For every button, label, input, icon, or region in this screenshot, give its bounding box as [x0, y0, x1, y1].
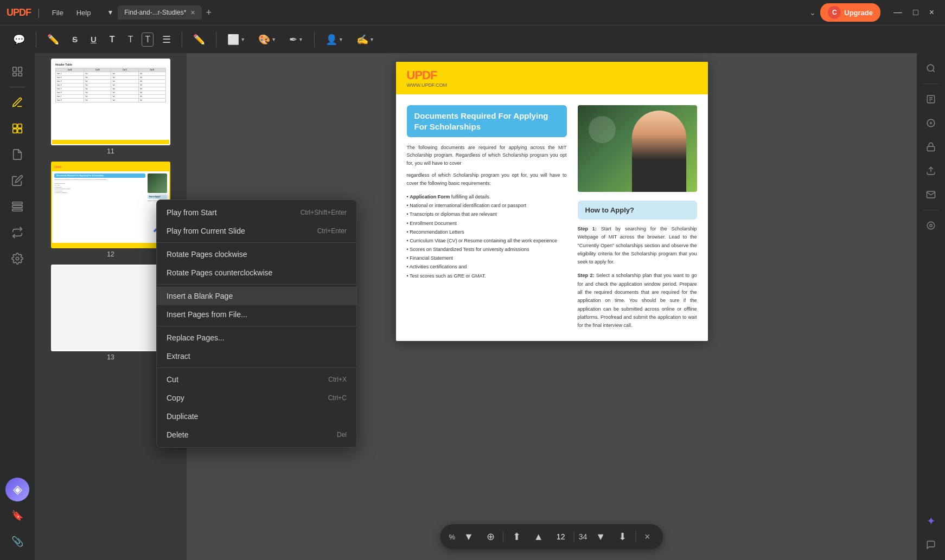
menu-replace-pages[interactable]: Replace Pages...	[157, 329, 356, 347]
sidebar-icon-tools[interactable]	[5, 247, 29, 271]
total-pages-label: 34	[579, 532, 588, 541]
sidebar-icon-organize[interactable]	[5, 195, 29, 218]
tab-close-button[interactable]: ×	[190, 9, 195, 16]
menu-insert-file-label: Insert Pages from File...	[167, 310, 247, 319]
titlebar: UPDF | File Help ▼ Find-and-...r-Studies…	[0, 0, 945, 25]
pencil-tool[interactable]: ✏️	[189, 30, 209, 49]
thumbnail-image-12: UPDF Documents Required For Applying For…	[51, 162, 170, 248]
user-avatar: C	[828, 6, 841, 19]
maximize-button[interactable]: □	[909, 7, 923, 18]
minimize-button[interactable]: —	[889, 7, 906, 18]
sidebar-icon-edit[interactable]	[5, 169, 29, 192]
right-search-icon[interactable]	[920, 57, 942, 79]
sidebar-icon-bookmark[interactable]: 🔖	[5, 504, 29, 527]
pen-color-tool[interactable]: ✒▼	[285, 30, 308, 49]
svg-rect-10	[12, 209, 22, 211]
sidebar-icon-document[interactable]	[5, 143, 29, 166]
next-page-button[interactable]: ▼	[591, 529, 610, 545]
titlebar-right: ⌄ C Upgrade — □ ×	[809, 3, 938, 22]
prev-page-button[interactable]: ▲	[529, 529, 548, 545]
sidebar-icon-pages[interactable]	[5, 60, 29, 83]
menu-rotate-clockwise[interactable]: Rotate Pages clockwise	[157, 245, 356, 263]
zoom-level[interactable]: %	[449, 533, 455, 541]
right-email-icon[interactable]	[920, 184, 942, 205]
menu-copy[interactable]: Copy Ctrl+C	[157, 389, 356, 407]
menu-delete[interactable]: Delete Del	[157, 426, 356, 444]
menu-help[interactable]: Help	[71, 7, 97, 19]
menu-cut-shortcut: Ctrl+X	[328, 376, 347, 383]
tab-arrow[interactable]: ▼	[105, 8, 116, 17]
right-protect-icon[interactable]	[920, 136, 942, 158]
right-ai-icon[interactable]: ✦	[920, 510, 942, 532]
svg-rect-6	[13, 129, 17, 133]
current-page-input[interactable]	[552, 532, 570, 541]
menu-rotate-counterclockwise[interactable]: Rotate Pages counterclockwise	[157, 263, 356, 282]
sidebar-icon-attach[interactable]: 📎	[5, 530, 29, 553]
pdf-list-item-6: • Curriculum Vitae (CV) or Resume contai…	[407, 236, 567, 245]
close-button[interactable]: ×	[925, 7, 938, 18]
highlight-tool[interactable]: ✏️	[43, 30, 63, 49]
shape-tool[interactable]: ⬜▼	[223, 30, 250, 49]
right-scan-icon[interactable]	[920, 215, 942, 236]
upgrade-label: Upgrade	[844, 9, 873, 17]
zoom-dropdown-button[interactable]: ▼	[459, 529, 478, 545]
active-tab[interactable]: Find-and-...r-Studies* ×	[118, 5, 201, 20]
more-tabs-button[interactable]: ⌄	[809, 8, 816, 17]
underline-tool[interactable]: U	[86, 31, 101, 47]
menu-insert-from-file[interactable]: Insert Pages from File...	[157, 305, 356, 324]
pdf-body: Documents Required For Applying For Scho…	[396, 94, 708, 341]
nav-separator-1	[503, 531, 504, 542]
menu-duplicate[interactable]: Duplicate	[157, 407, 356, 426]
pdf-left-column: Documents Required For Applying For Scho…	[407, 105, 567, 330]
text-tool-2[interactable]: T	[124, 31, 138, 48]
menu-extract-label: Extract	[167, 352, 190, 361]
sidebar-icon-thumbnail[interactable]	[5, 117, 29, 140]
menu-insert-blank-label: Insert a Blank Page	[167, 292, 233, 300]
menu-delete-label: Delete	[167, 430, 188, 439]
thumbnail-page-11[interactable]: Header Table Col ACol BCol CCol D Item 1…	[40, 59, 181, 155]
pdf-step2-label: Step 2:	[578, 273, 595, 278]
toolbar-separator-1	[36, 32, 36, 47]
nav-separator-2	[574, 531, 574, 542]
menu-copy-label: Copy	[167, 394, 184, 402]
pdf-step1-content: Start by searching for the Scholarship W…	[578, 226, 697, 265]
menu-file[interactable]: File	[47, 7, 69, 19]
last-page-button[interactable]: ⬇	[614, 529, 631, 545]
svg-rect-0	[13, 67, 16, 72]
add-tab-button[interactable]: +	[204, 7, 214, 18]
sidebar-icon-convert[interactable]	[5, 221, 29, 244]
user-tool[interactable]: 👤▼	[321, 30, 348, 49]
comment-tool[interactable]: 💬	[9, 30, 29, 49]
window-controls: — □ ×	[889, 7, 938, 18]
menu-play-current-slide[interactable]: Play from Current Slide Ctrl+Enter	[157, 222, 356, 240]
right-chat-icon[interactable]	[920, 534, 942, 556]
premium-icon[interactable]: ◈	[5, 478, 29, 501]
text-tool-1[interactable]: T	[105, 31, 119, 48]
pdf-list-item-1: • Application Form fulfilling all detail…	[407, 192, 567, 201]
zoom-in-button[interactable]: ⊕	[482, 529, 499, 545]
pdf-right-column: How to Apply? Step 1: Start by searching…	[578, 105, 697, 330]
right-share-icon[interactable]	[920, 160, 942, 182]
list-tool[interactable]: ☰	[158, 30, 175, 49]
pdf-list-item-4: • Enrollment Document	[407, 219, 567, 228]
signature-tool[interactable]: ✍▼	[352, 30, 379, 49]
menu-cut[interactable]: Cut Ctrl+X	[157, 370, 356, 389]
sidebar-icon-annotate[interactable]	[5, 91, 29, 114]
strikethrough-tool[interactable]: S	[68, 31, 82, 47]
svg-point-11	[16, 257, 19, 260]
nav-close-button[interactable]: ×	[640, 529, 655, 545]
first-page-button[interactable]: ⬆	[508, 529, 525, 545]
menu-extract[interactable]: Extract	[157, 347, 356, 365]
right-ocr-icon[interactable]	[920, 88, 942, 110]
color-fill-tool[interactable]: 🎨▼	[254, 30, 280, 49]
svg-rect-4	[13, 124, 17, 128]
svg-point-22	[930, 224, 933, 227]
svg-rect-5	[18, 124, 22, 128]
menu-insert-blank-page[interactable]: Insert a Blank Page	[157, 287, 356, 305]
upgrade-button[interactable]: C Upgrade	[820, 3, 880, 22]
menu-replace-label: Replace Pages...	[167, 333, 225, 342]
right-compare-icon[interactable]	[920, 112, 942, 134]
text-box-tool[interactable]: T	[142, 33, 154, 47]
menu-play-from-start[interactable]: Play from Start Ctrl+Shift+Enter	[157, 203, 356, 222]
svg-rect-3	[18, 73, 22, 76]
